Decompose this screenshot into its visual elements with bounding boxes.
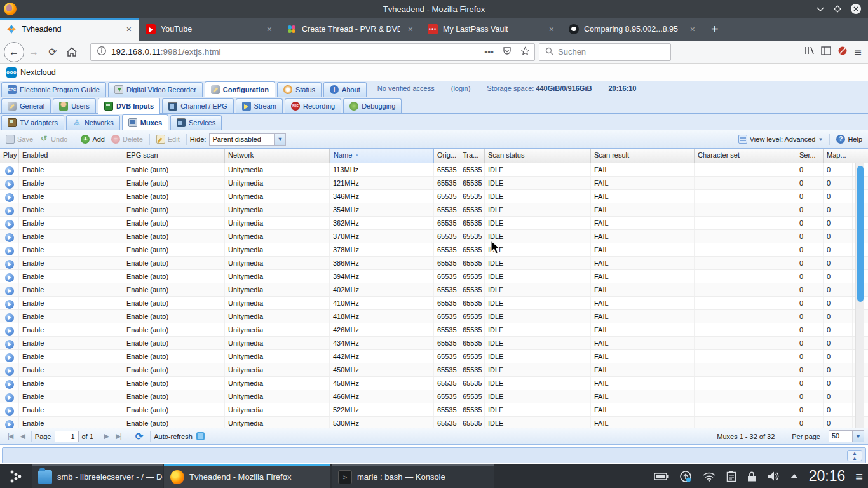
table-row[interactable]: EnableEnable (auto)Unitymedia402MHz65535…	[0, 283, 868, 297]
tab-general[interactable]: General	[1, 98, 51, 113]
scrollbar-thumb[interactable]	[857, 166, 864, 302]
column-enabled[interactable]: Enabled	[19, 149, 123, 163]
reload-button[interactable]: ⟳	[43, 43, 62, 61]
table-row[interactable]: EnableEnable (auto)Unitymedia426MHz65535…	[0, 323, 868, 337]
view-level-button[interactable]: View level: Advanced▼	[735, 133, 827, 145]
play-icon[interactable]	[5, 247, 14, 255]
bookmark-star-icon[interactable]	[520, 46, 530, 58]
column-map[interactable]: Map...	[824, 149, 853, 163]
per-page-dropdown[interactable]: 50 ▼	[829, 430, 864, 442]
battery-icon[interactable]	[654, 472, 669, 481]
table-row[interactable]: EnableEnable (auto)Unitymedia346MHz65535…	[0, 190, 868, 203]
save-button[interactable]: Save	[3, 133, 36, 145]
last-page-icon[interactable]: ▶|	[112, 432, 124, 440]
wifi-icon[interactable]	[702, 471, 716, 482]
table-row[interactable]: EnableEnable (auto)Unitymedia370MHz65535…	[0, 230, 868, 243]
bookmark-nextcloud[interactable]: Nextcloud	[20, 68, 56, 77]
browser-tab-github-compare[interactable]: Comparing 8.95.002...8.95 ×	[562, 18, 703, 41]
tab-about[interactable]: iAbout	[323, 82, 367, 97]
tab-epg[interactable]: EPGElectronic Program Guide	[1, 82, 106, 97]
task-firefox[interactable]: Tvheadend - Mozilla Firefox	[164, 464, 330, 488]
next-page-icon[interactable]: ▶	[100, 432, 112, 440]
tab-stream[interactable]: Stream	[236, 98, 283, 113]
app-launcher-icon[interactable]	[0, 464, 32, 488]
column-name[interactable]: Name▲	[330, 149, 434, 163]
browser-tab-create-thread[interactable]: Create Thread - PVR & DVB ×	[280, 18, 421, 41]
column-character-set[interactable]: Character set	[695, 149, 796, 163]
task-dolphin[interactable]: smb - libreelecserver - / — Dolphin	[32, 464, 163, 488]
tab-channel-epg[interactable]: Channel / EPG	[162, 98, 233, 113]
play-icon[interactable]	[5, 233, 14, 242]
search-input[interactable]: Suchen	[539, 43, 671, 61]
table-row[interactable]: EnableEnable (auto)Unitymedia410MHz65535…	[0, 297, 868, 310]
page-input[interactable]: 1	[55, 431, 79, 442]
table-row[interactable]: EnableEnable (auto)Unitymedia530MHz65535…	[0, 417, 868, 428]
table-row[interactable]: EnableEnable (auto)Unitymedia386MHz65535…	[0, 257, 868, 270]
tab-recording[interactable]: RECRecording	[285, 98, 341, 113]
table-row[interactable]: EnableEnable (auto)Unitymedia354MHz65535…	[0, 203, 868, 217]
clock[interactable]: 20:16	[809, 468, 846, 485]
play-icon[interactable]	[5, 313, 14, 322]
maximize-icon[interactable]	[834, 5, 841, 13]
column-tra[interactable]: Tra...	[459, 149, 485, 163]
tab-users[interactable]: Users	[53, 98, 96, 113]
tab-dvr[interactable]: Digital Video Recorder	[108, 82, 203, 97]
play-icon[interactable]	[5, 193, 14, 202]
table-row[interactable]: EnableEnable (auto)Unitymedia450MHz65535…	[0, 363, 868, 377]
column-network[interactable]: Network	[225, 149, 330, 163]
play-icon[interactable]	[5, 380, 14, 389]
table-row[interactable]: EnableEnable (auto)Unitymedia466MHz65535…	[0, 390, 868, 403]
url-bar[interactable]: 192.168.0.11 :9981/extjs.html •••	[90, 43, 535, 61]
column-scan-result[interactable]: Scan result	[591, 149, 695, 163]
play-icon[interactable]	[5, 166, 14, 175]
menu-icon[interactable]: ≡	[854, 46, 862, 58]
column-scan-status[interactable]: Scan status	[485, 149, 591, 163]
edit-button[interactable]: Edit	[153, 133, 183, 145]
vertical-scrollbar[interactable]	[855, 163, 864, 428]
play-icon[interactable]	[5, 300, 14, 309]
tab-dvb-inputs[interactable]: DVB Inputs	[98, 98, 160, 114]
column-epg-scan[interactable]: EPG scan	[123, 149, 225, 163]
clipboard-icon[interactable]	[726, 471, 736, 482]
panel-menu-icon[interactable]: ≡	[855, 470, 863, 483]
table-row[interactable]: EnableEnable (auto)Unitymedia113MHz65535…	[0, 163, 868, 177]
play-icon[interactable]	[5, 407, 14, 416]
help-button[interactable]: ?Help	[833, 133, 865, 145]
browser-tab-youtube[interactable]: YouTube ×	[139, 18, 280, 41]
play-icon[interactable]	[5, 353, 14, 362]
site-info-icon[interactable]	[97, 46, 106, 57]
table-row[interactable]: EnableEnable (auto)Unitymedia442MHz65535…	[0, 350, 868, 363]
home-button[interactable]	[62, 43, 81, 61]
refresh-icon[interactable]: ⟳	[132, 431, 147, 442]
first-page-icon[interactable]: |◀	[4, 432, 16, 440]
updates-icon[interactable]	[679, 470, 692, 483]
browser-tab-lastpass[interactable]: ••• My LastPass Vault ×	[421, 18, 562, 41]
lock-icon[interactable]	[747, 471, 757, 482]
column-orig[interactable]: Orig...	[434, 149, 459, 163]
play-icon[interactable]	[5, 207, 14, 215]
adblocker-icon[interactable]	[837, 46, 848, 58]
play-icon[interactable]	[5, 220, 14, 229]
play-icon[interactable]	[5, 393, 14, 402]
tab-networks[interactable]: ⟁Networks	[66, 115, 120, 130]
library-icon[interactable]	[804, 46, 815, 58]
tab-close-icon[interactable]: ×	[688, 24, 698, 35]
table-row[interactable]: EnableEnable (auto)Unitymedia434MHz65535…	[0, 337, 868, 350]
tab-debugging[interactable]: Debugging	[343, 98, 402, 113]
tab-muxes[interactable]: Muxes	[122, 114, 168, 130]
play-icon[interactable]	[5, 260, 14, 269]
volume-icon[interactable]	[767, 471, 780, 482]
browser-tab-tvheadend[interactable]: Tvheadend ×	[0, 18, 139, 41]
add-button[interactable]: +Add	[78, 133, 108, 145]
forward-button[interactable]: →	[24, 43, 43, 61]
tab-close-icon[interactable]: ×	[264, 24, 275, 35]
minimize-icon[interactable]	[816, 6, 825, 12]
play-icon[interactable]	[5, 273, 14, 282]
play-icon[interactable]	[5, 287, 14, 295]
chevron-down-icon[interactable]: ▼	[275, 133, 286, 146]
pocket-icon[interactable]	[503, 46, 512, 57]
back-button[interactable]: ←	[4, 42, 24, 62]
chevron-down-icon[interactable]: ▼	[853, 430, 864, 442]
tab-tv-adapters[interactable]: TV adapters	[1, 115, 64, 130]
hide-dropdown[interactable]: Parent disabled ▼	[209, 133, 286, 146]
